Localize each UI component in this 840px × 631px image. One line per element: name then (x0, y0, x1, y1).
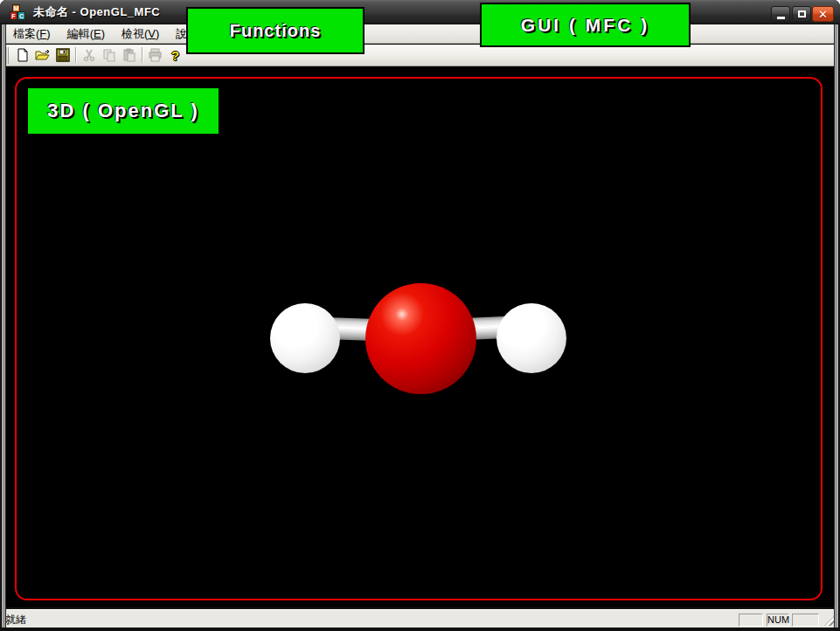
functions-label: Functions (186, 7, 364, 54)
print-icon (148, 48, 163, 62)
status-pane-num: NUM (767, 614, 789, 627)
minimize-button[interactable] (771, 6, 790, 22)
help-button[interactable]: ? (165, 45, 185, 65)
copy-icon (102, 48, 116, 62)
status-pane-scrl (792, 614, 819, 627)
toolbar-separator (75, 47, 76, 63)
icon-block-f: F (10, 11, 17, 20)
hydrogen-atom-right (496, 303, 566, 373)
new-document-icon (16, 48, 30, 62)
help-question-icon: ? (171, 48, 179, 63)
new-document-button[interactable] (12, 45, 32, 65)
mfc-app-icon[interactable]: M F C (10, 4, 26, 21)
minimize-icon (777, 17, 785, 19)
copy-button[interactable] (99, 45, 119, 65)
opengl-3d-label: 3D ( OpenGL ) (26, 87, 220, 135)
open-folder-icon (35, 48, 50, 62)
close-button[interactable]: ✕ (812, 6, 834, 22)
maximize-icon (798, 10, 806, 17)
save-floppy-icon (56, 48, 70, 62)
status-ready-text: 就緒 (5, 613, 26, 628)
hydrogen-atom-left (270, 303, 340, 373)
cut-scissors-icon (82, 48, 96, 62)
window-title: 未命名 - OpenGL_MFC (33, 0, 160, 24)
window-frame-right (834, 24, 840, 628)
close-icon: ✕ (818, 9, 828, 20)
menu-edit[interactable]: 編輯(E) (60, 24, 112, 44)
titlebar[interactable]: M F C 未命名 - OpenGL_MFC ✕ (0, 0, 840, 24)
save-button[interactable] (52, 45, 73, 65)
paste-clipboard-icon (122, 48, 136, 62)
window-frame-bottom (0, 628, 840, 631)
menu-view[interactable]: 檢視(V) (115, 24, 166, 44)
toolbar-separator (142, 47, 142, 63)
maximize-button[interactable] (792, 6, 811, 22)
menu-bar: 檔案(F) 編輯(E) 檢視(V) 說明(H) (2, 24, 838, 44)
status-bar: 就緒 NUM (2, 609, 838, 628)
paste-button[interactable] (119, 45, 139, 65)
icon-block-c: C (17, 11, 25, 20)
toolbar: ? (2, 45, 838, 66)
gui-mfc-label: GUI ( MFC ) (480, 3, 691, 47)
app-window: M F C 未命名 - OpenGL_MFC ✕ 檔案(F) 編輯(E) 檢視(… (0, 0, 840, 631)
oxygen-atom (365, 283, 476, 394)
menu-file[interactable]: 檔案(F) (6, 24, 58, 44)
open-file-button[interactable] (32, 45, 52, 65)
status-pane-caps (739, 614, 763, 627)
window-frame-left (0, 24, 6, 628)
cut-button[interactable] (79, 45, 99, 65)
print-button[interactable] (145, 45, 165, 65)
